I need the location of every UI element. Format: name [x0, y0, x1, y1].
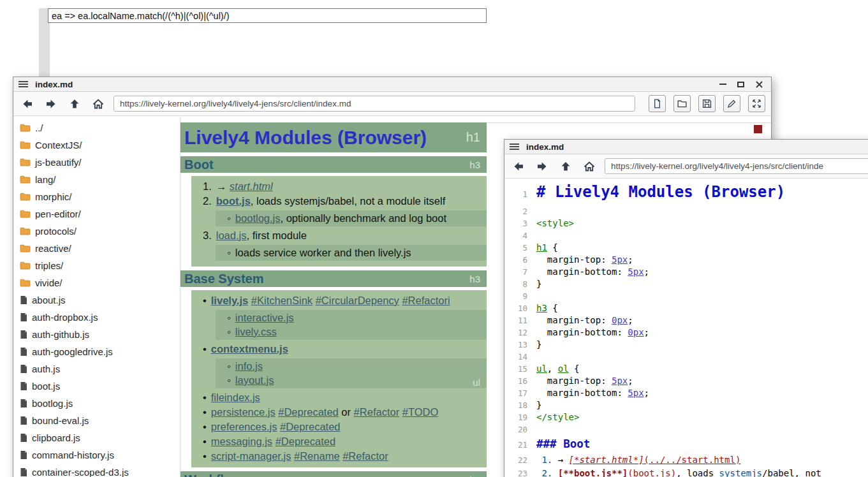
sidebar-item[interactable]: auth-dropbox.js [13, 309, 180, 326]
url-input[interactable] [605, 158, 868, 174]
new-file-button[interactable] [649, 95, 666, 112]
line-number: 20 [504, 423, 536, 436]
md-hashtag-link[interactable]: #CircularDepency [316, 295, 399, 306]
list-item: ◦info.js [216, 359, 487, 373]
list-marker: ◦ [227, 360, 231, 372]
md-link[interactable]: preferences.js [211, 421, 277, 432]
md-link[interactable]: load.js [216, 230, 247, 241]
folder-icon [677, 98, 688, 109]
md-hashtag-link[interactable]: #Rename [294, 450, 340, 462]
save-button[interactable] [698, 95, 716, 112]
code-text: margin-bottom: 5px; [536, 266, 649, 278]
md-link[interactable]: boot.js [216, 195, 251, 207]
folder-icon [20, 193, 31, 201]
md-link[interactable]: contextmenu.js [211, 343, 288, 355]
edit-button[interactable] [723, 95, 740, 112]
md-hashtag-link[interactable]: #Deprecated [276, 436, 335, 447]
url-input[interactable] [114, 96, 635, 112]
folder-icon [20, 279, 31, 287]
sidebar-item[interactable]: morphic/ [13, 188, 180, 205]
md-link[interactable]: start.html [230, 180, 273, 192]
sidebar-item[interactable]: js-beautify/ [13, 154, 180, 171]
list-marker: ◦ [227, 326, 231, 337]
sidebar-item-label: auth-googledrive.js [32, 346, 113, 357]
up-button[interactable] [66, 96, 83, 112]
list-item: ◦layout.js [216, 373, 487, 387]
sidebar-item[interactable]: reactive/ [13, 240, 180, 257]
sidebar-item[interactable]: ../ [13, 119, 180, 136]
md-hashtag-link[interactable]: #Refactor [342, 450, 388, 462]
sidebar-item[interactable]: lang/ [13, 171, 180, 188]
home-icon [92, 98, 105, 110]
md-link[interactable]: layout.js [235, 374, 274, 386]
md-link[interactable]: info.js [235, 360, 263, 372]
nested-unordered-list: ◦bootlog.js, optionally benchmark and lo… [216, 210, 487, 226]
window-titlebar[interactable]: index.md [504, 140, 868, 154]
sidebar-item[interactable]: triples/ [13, 257, 180, 274]
sidebar-item[interactable]: bound-eval.js [13, 412, 180, 429]
md-hashtag-link[interactable]: #Deprecated [278, 406, 338, 418]
line-number: 18 [504, 399, 536, 411]
window-menu-icon[interactable] [18, 81, 28, 87]
nested-unordered-list: ◦loads service worker and then lively.js [216, 245, 487, 261]
pencil-icon [726, 98, 737, 109]
sidebar-item[interactable]: vivide/ [13, 274, 180, 291]
home-icon [583, 160, 596, 173]
minimize-icon[interactable] [719, 84, 726, 85]
window-titlebar[interactable]: index.md [13, 77, 771, 92]
list-marker: ◦ [227, 374, 231, 386]
up-button[interactable] [557, 158, 574, 175]
nested-unordered-list: ◦interactive.js ◦lively.css [216, 310, 487, 340]
md-link[interactable]: lively.js [211, 295, 248, 306]
element-filter-input[interactable] [48, 8, 487, 23]
code-line: 7 margin-bottom: 5px; [504, 266, 868, 278]
md-hashtag-link[interactable]: #Refactor [354, 406, 400, 418]
md-hashtag-link[interactable]: #KitchenSink [251, 295, 313, 306]
code-text: 1. → [*start.html*](../../start.html) [536, 453, 740, 467]
sidebar-item[interactable]: auth-github.js [13, 326, 180, 343]
sidebar-item[interactable]: container-scoped-d3.js [13, 464, 180, 477]
forward-button[interactable] [43, 96, 59, 112]
code-line: 9 [504, 290, 868, 302]
line-number: 7 [504, 266, 536, 278]
home-button[interactable] [90, 96, 107, 112]
element-tag-badge: h3 [469, 474, 480, 477]
sidebar-item[interactable]: protocols/ [13, 223, 180, 240]
code-line: 4 [504, 230, 868, 242]
code-line: 19</style> [504, 411, 868, 423]
md-link[interactable]: messaging.js [211, 436, 272, 447]
sidebar-item[interactable]: pen-editor/ [13, 205, 180, 223]
sidebar-item-label: clipboard.js [32, 432, 80, 443]
close-icon[interactable] [755, 80, 763, 89]
fullscreen-button[interactable] [748, 95, 765, 112]
window-menu-icon[interactable] [510, 143, 519, 150]
code-line: 11 margin-top: 0px; [504, 314, 868, 327]
md-link[interactable]: interactive.js [235, 312, 294, 323]
back-button[interactable] [19, 96, 36, 112]
sidebar-item[interactable]: ContextJS/ [13, 136, 180, 154]
code-editor[interactable]: 1# Lively4 Modules (Browser) 2 3<style> … [504, 179, 868, 477]
home-button[interactable] [581, 158, 598, 175]
sidebar-item[interactable]: bootlog.js [13, 395, 180, 412]
sidebar-item[interactable]: auth-googledrive.js [13, 343, 180, 360]
md-link[interactable]: script-manager.js [211, 450, 291, 462]
back-button[interactable] [510, 158, 527, 175]
sidebar-item[interactable]: about.js [13, 291, 180, 309]
md-link[interactable]: lively.css [235, 326, 277, 337]
md-link[interactable]: bootlog.js [235, 212, 281, 224]
folder-icon [20, 158, 31, 166]
md-hashtag-link[interactable]: #Refactori [402, 295, 450, 306]
line-number: 15 [504, 363, 536, 375]
forward-button[interactable] [534, 158, 550, 175]
maximize-icon[interactable] [737, 82, 744, 87]
sidebar-item[interactable]: boot.js [13, 378, 180, 395]
sidebar-item[interactable]: command-history.js [13, 446, 180, 464]
md-link[interactable]: persistence.js [211, 406, 276, 418]
md-hashtag-link[interactable]: #Deprecated [280, 421, 340, 432]
md-link[interactable]: fileindex.js [211, 392, 260, 403]
section-title: Workflows [184, 473, 249, 477]
md-hashtag-link[interactable]: #TODO [402, 406, 439, 418]
browse-folder-button[interactable] [673, 95, 691, 112]
sidebar-item[interactable]: clipboard.js [13, 429, 180, 446]
sidebar-item[interactable]: auth.js [13, 360, 180, 378]
